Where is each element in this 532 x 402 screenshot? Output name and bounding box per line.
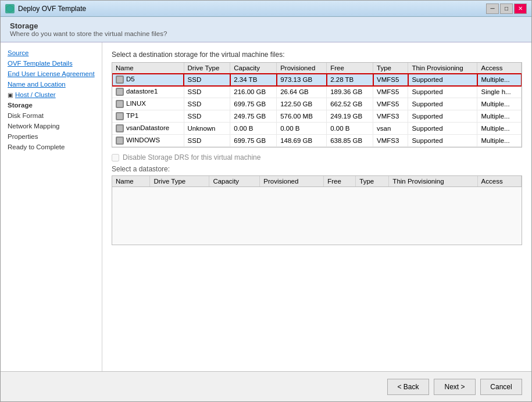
table-section: Select a destination storage for the vir…: [112, 51, 522, 365]
title-bar-left: Deploy OVF Template: [5, 4, 86, 13]
datastore-icon: [116, 76, 124, 84]
bottom-table: Name Drive Type Capacity Provisioned Fre…: [112, 176, 522, 187]
table-row[interactable]: LINUXSSD699.75 GB122.50 GB662.52 GBVMFS5…: [112, 98, 522, 110]
bottom-col-free[interactable]: Free: [324, 176, 356, 187]
bottom-col-access[interactable]: Access: [477, 176, 521, 187]
bottom-col-type[interactable]: Type: [356, 176, 389, 187]
bottom-col-drive-type[interactable]: Drive Type: [150, 176, 209, 187]
window-title: Deploy OVF Template: [18, 5, 86, 13]
col-header-provisioned[interactable]: Provisioned: [277, 63, 327, 74]
sidebar-item-network-mapping: Network Mapping: [5, 121, 97, 131]
table-row[interactable]: TP1SSD249.75 GB576.00 MB249.19 GBVMFS3Su…: [112, 110, 522, 123]
banner: Storage Where do you want to store the v…: [1, 17, 531, 42]
maximize-button[interactable]: □: [500, 3, 513, 14]
select-datastore-label: Select a datastore:: [112, 165, 522, 173]
bottom-col-thin-provisioning[interactable]: Thin Provisioning: [389, 176, 477, 187]
top-table: Name Drive Type Capacity Provisioned Fre…: [112, 63, 522, 147]
datastore-icon: [116, 137, 124, 145]
datastore-icon: [116, 112, 124, 120]
bottom-col-name[interactable]: Name: [112, 176, 150, 187]
bottom-col-provisioned[interactable]: Provisioned: [260, 176, 324, 187]
back-button[interactable]: < Back: [387, 379, 429, 395]
body-content: Source OVF Template Details End User Lic…: [1, 42, 531, 371]
col-header-type[interactable]: Type: [373, 63, 408, 74]
table-row[interactable]: datastore1SSD216.00 GB26.64 GB189.36 GBV…: [112, 86, 522, 98]
expand-icon: ▣: [8, 92, 13, 98]
col-header-capacity[interactable]: Capacity: [230, 63, 277, 74]
col-header-free[interactable]: Free: [327, 63, 373, 74]
disable-drs-label: Disable Storage DRS for this virtual mac…: [123, 153, 260, 161]
bottom-table-wrapper[interactable]: Name Drive Type Capacity Provisioned Fre…: [112, 175, 522, 245]
banner-subtext: Where do you want to store the virtual m…: [10, 30, 522, 37]
next-button[interactable]: Next >: [434, 379, 476, 395]
window-controls: ─ □ ✕: [486, 3, 527, 14]
col-header-access[interactable]: Access: [477, 63, 522, 74]
footer: < Back Next > Cancel: [1, 371, 531, 401]
datastore-icon: [116, 88, 124, 96]
col-header-thin-provisioning[interactable]: Thin Provisioning: [408, 63, 477, 74]
top-table-wrapper[interactable]: Name Drive Type Capacity Provisioned Fre…: [112, 62, 522, 148]
sidebar-item-host-cluster[interactable]: ▣ Host / Cluster: [5, 90, 97, 99]
bottom-col-capacity[interactable]: Capacity: [209, 176, 260, 187]
sidebar-item-name-location[interactable]: Name and Location: [5, 80, 97, 89]
datastore-icon: [116, 100, 124, 108]
sidebar-item-ready-to-complete: Ready to Complete: [5, 142, 97, 152]
app-icon: [5, 4, 15, 13]
table-row[interactable]: vsanDatastoreUnknown0.00 B0.00 B0.00 Bvs…: [112, 123, 522, 135]
cancel-button[interactable]: Cancel: [480, 379, 522, 395]
table-row[interactable]: D5SSD2.34 TB973.13 GB2.28 TBVMFS5Support…: [112, 74, 522, 86]
sidebar-item-disk-format: Disk Format: [5, 111, 97, 120]
checkbox-row: Disable Storage DRS for this virtual mac…: [112, 153, 522, 161]
disable-drs-checkbox[interactable]: [112, 154, 119, 161]
svg-marker-0: [6, 5, 13, 12]
datastore-icon: [116, 124, 124, 132]
banner-heading: Storage: [10, 21, 522, 30]
main-area: Select a destination storage for the vir…: [102, 42, 531, 371]
minimize-button[interactable]: ─: [486, 3, 499, 14]
table-row[interactable]: WINDOWSSSD699.75 GB148.69 GB638.85 GBVMF…: [112, 135, 522, 147]
sidebar-item-storage: Storage: [5, 100, 97, 110]
col-header-name[interactable]: Name: [112, 63, 184, 74]
bottom-section: Disable Storage DRS for this virtual mac…: [112, 153, 522, 245]
col-header-drive-type[interactable]: Drive Type: [184, 63, 230, 74]
sidebar-item-properties: Properties: [5, 132, 97, 141]
title-bar: Deploy OVF Template ─ □ ✕: [1, 1, 531, 17]
sidebar-item-source[interactable]: Source: [5, 48, 97, 58]
sidebar-item-ovf-template-details[interactable]: OVF Template Details: [5, 59, 97, 68]
sidebar-item-eula[interactable]: End User License Agreement: [5, 69, 97, 78]
close-button[interactable]: ✕: [514, 3, 527, 14]
sidebar: Source OVF Template Details End User Lic…: [1, 42, 102, 371]
instruction-text: Select a destination storage for the vir…: [112, 51, 522, 59]
deploy-ovf-window: Deploy OVF Template ─ □ ✕ Storage Where …: [0, 0, 532, 402]
